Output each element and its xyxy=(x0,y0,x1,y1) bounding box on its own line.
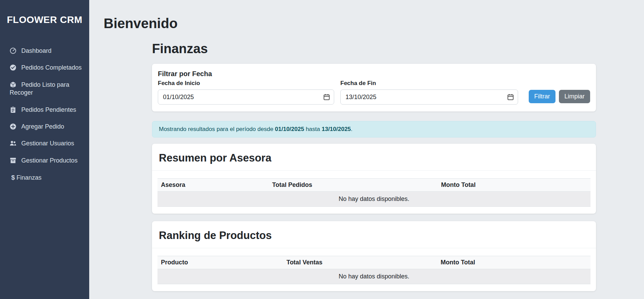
start-date-field: Fecha de Inicio xyxy=(158,80,334,105)
alert-text-middle: hasta xyxy=(304,126,321,132)
empty-state-text: No hay datos disponibles. xyxy=(157,192,590,207)
gauge-icon xyxy=(10,47,16,54)
sidebar-item-label: Pedidos Completados xyxy=(21,64,82,71)
ranking-productos-title: Ranking de Productos xyxy=(159,229,589,242)
app-title: FLOOWER CRM xyxy=(0,0,89,43)
plus-circle-icon xyxy=(10,123,16,130)
archive-icon xyxy=(10,157,16,164)
end-date-field: Fecha de Fin xyxy=(340,80,518,105)
column-header-producto: Producto xyxy=(157,256,283,269)
users-icon xyxy=(10,140,16,147)
sidebar-item-dashboard[interactable]: Dashboard xyxy=(0,43,89,59)
page-title: Bienvenido xyxy=(104,16,644,31)
calendar-icon[interactable] xyxy=(323,94,330,100)
box-icon xyxy=(10,81,16,88)
filtrar-button[interactable]: Filtrar xyxy=(529,90,555,103)
sidebar-item-label: Finanzas xyxy=(16,174,42,181)
table-row: No hay datos disponibles. xyxy=(157,269,590,284)
sidebar-item-label: Gestionar Usuarios xyxy=(21,140,74,147)
app: FLOOWER CRM Dashboard Pedidos Completado… xyxy=(0,0,644,299)
start-date-input-wrapper xyxy=(158,89,334,105)
end-date-label: Fecha de Fin xyxy=(340,80,518,87)
dollar-icon: $ xyxy=(10,174,16,182)
alert-text-prefix: Mostrando resultados para el período des… xyxy=(159,126,275,132)
table-header-row: Producto Total Ventas Monto Total xyxy=(157,256,590,269)
sidebar: FLOOWER CRM Dashboard Pedidos Completado… xyxy=(0,0,89,299)
filter-card-title: Filtrar por Fecha xyxy=(158,70,590,78)
table-header-row: Asesora Total Pedidos Monto Total xyxy=(157,179,590,192)
clipboard-icon xyxy=(10,106,16,113)
sidebar-item-label: Pedido Listo para Recoger xyxy=(10,81,69,96)
sidebar-nav: Dashboard Pedidos Completados Pedido Lis… xyxy=(0,43,89,187)
empty-state-text: No hay datos disponibles. xyxy=(157,269,590,284)
start-date-label: Fecha de Inicio xyxy=(158,80,334,87)
column-header-total-pedidos: Total Pedidos xyxy=(269,179,437,192)
sidebar-item-finanzas[interactable]: $Finanzas xyxy=(0,169,89,187)
resumen-asesora-table: Asesora Total Pedidos Monto Total No hay… xyxy=(157,178,590,207)
calendar-icon[interactable] xyxy=(507,94,514,100)
sidebar-item-agregar-pedido[interactable]: Agregar Pedido xyxy=(0,118,89,135)
filter-buttons: Filtrar Limpiar xyxy=(529,90,590,105)
end-date-input-wrapper xyxy=(340,89,518,105)
sidebar-item-label: Pedidos Pendientes xyxy=(21,106,76,113)
ranking-productos-card: Ranking de Productos Producto Total Vent… xyxy=(152,221,596,291)
ranking-productos-header: Ranking de Productos xyxy=(152,221,596,248)
sidebar-item-pedido-listo[interactable]: Pedido Listo para Recoger xyxy=(0,76,89,101)
finanzas-section: Finanzas Filtrar por Fecha Fecha de Inic… xyxy=(152,41,596,291)
resumen-asesora-title: Resumen por Asesora xyxy=(159,152,589,164)
filter-row: Fecha de Inicio Fecha de Fin xyxy=(158,80,590,105)
filter-card: Filtrar por Fecha Fecha de Inicio Fecha … xyxy=(152,64,596,111)
sidebar-item-gestionar-productos[interactable]: Gestionar Productos xyxy=(0,152,89,169)
ranking-productos-table: Producto Total Ventas Monto Total No hay… xyxy=(157,256,590,284)
column-header-monto-total: Monto Total xyxy=(438,179,591,192)
sidebar-item-pedidos-completados[interactable]: Pedidos Completados xyxy=(0,59,89,76)
end-date-input[interactable] xyxy=(340,89,518,105)
resumen-asesora-body: Asesora Total Pedidos Monto Total No hay… xyxy=(152,171,596,214)
sidebar-item-label: Gestionar Productos xyxy=(21,157,78,164)
sidebar-item-gestionar-usuarios[interactable]: Gestionar Usuarios xyxy=(0,135,89,152)
column-header-total-ventas: Total Ventas xyxy=(283,256,437,269)
column-header-monto-total: Monto Total xyxy=(437,256,590,269)
sidebar-item-label: Dashboard xyxy=(21,47,51,54)
finanzas-title: Finanzas xyxy=(152,41,596,56)
resumen-asesora-card: Resumen por Asesora Asesora Total Pedido… xyxy=(152,144,596,214)
start-date-input[interactable] xyxy=(158,89,334,105)
alert-end-date: 13/10/2025 xyxy=(321,126,351,132)
main-content: Bienvenido Finanzas Filtrar por Fecha Fe… xyxy=(89,0,644,299)
date-range-alert: Mostrando resultados para el período des… xyxy=(152,121,596,137)
sidebar-item-pedidos-pendientes[interactable]: Pedidos Pendientes xyxy=(0,101,89,118)
sidebar-item-label: Agregar Pedido xyxy=(21,123,64,130)
resumen-asesora-header: Resumen por Asesora xyxy=(152,144,596,171)
ranking-productos-body: Producto Total Ventas Monto Total No hay… xyxy=(152,248,596,291)
table-row: No hay datos disponibles. xyxy=(157,192,590,207)
alert-start-date: 01/10/2025 xyxy=(275,126,304,132)
check-circle-icon xyxy=(10,64,16,71)
limpiar-button[interactable]: Limpiar xyxy=(559,90,590,103)
column-header-asesora: Asesora xyxy=(157,179,269,192)
alert-text-suffix: . xyxy=(351,126,353,132)
